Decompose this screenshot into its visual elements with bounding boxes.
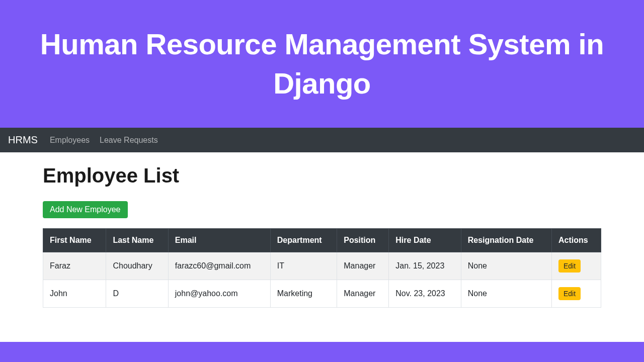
cell-hire-date: Jan. 15, 2023 <box>389 252 461 280</box>
cell-first-name: John <box>43 280 106 308</box>
table-row: John D john@yahoo.com Marketing Manager … <box>43 280 601 308</box>
cell-position: Manager <box>337 252 389 280</box>
cell-department: Marketing <box>270 280 337 308</box>
nav-link-employees[interactable]: Employees <box>50 136 90 145</box>
cell-position: Manager <box>337 280 389 308</box>
cell-actions: Edit <box>552 280 601 308</box>
cell-last-name: Choudhary <box>106 252 168 280</box>
col-hire-date: Hire Date <box>389 229 461 252</box>
cell-last-name: D <box>106 280 168 308</box>
footer-bar <box>0 342 644 362</box>
main-content: Employee List Add New Employee First Nam… <box>0 152 644 342</box>
cell-department: IT <box>270 252 337 280</box>
col-actions: Actions <box>552 229 601 252</box>
cell-actions: Edit <box>552 252 601 280</box>
navbar: HRMS Employees Leave Requests <box>0 128 644 152</box>
hero-banner: Human Resource Management System in Djan… <box>0 0 644 128</box>
cell-first-name: Faraz <box>43 252 106 280</box>
col-resignation-date: Resignation Date <box>461 229 551 252</box>
cell-resignation-date: None <box>461 280 551 308</box>
col-last-name: Last Name <box>106 229 168 252</box>
cell-email: john@yahoo.com <box>168 280 270 308</box>
edit-button[interactable]: Edit <box>558 287 581 300</box>
add-employee-button[interactable]: Add New Employee <box>43 201 128 218</box>
cell-email: farazc60@gmail.com <box>168 252 270 280</box>
employee-table: First Name Last Name Email Department Po… <box>43 228 601 308</box>
col-position: Position <box>337 229 389 252</box>
cell-hire-date: Nov. 23, 2023 <box>389 280 461 308</box>
col-first-name: First Name <box>43 229 106 252</box>
cell-resignation-date: None <box>461 252 551 280</box>
table-row: Faraz Choudhary farazc60@gmail.com IT Ma… <box>43 252 601 280</box>
page-title: Employee List <box>43 164 601 187</box>
edit-button[interactable]: Edit <box>558 259 581 273</box>
navbar-brand[interactable]: HRMS <box>8 134 38 146</box>
hero-title: Human Resource Management System in Djan… <box>20 25 624 104</box>
nav-link-leave-requests[interactable]: Leave Requests <box>100 136 158 145</box>
col-department: Department <box>270 229 337 252</box>
col-email: Email <box>168 229 270 252</box>
